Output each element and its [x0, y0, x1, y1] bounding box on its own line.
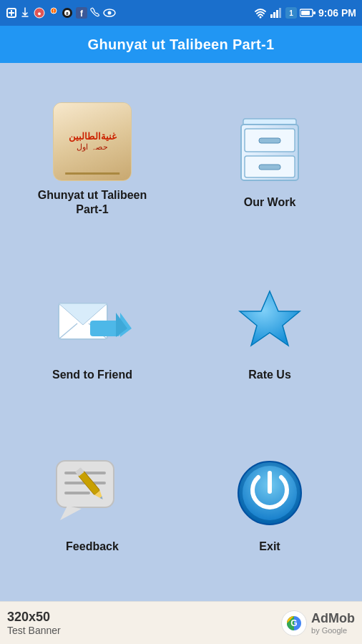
book-label: Ghunyat ut TalibeenPart-1	[38, 188, 147, 218]
svg-rect-22	[301, 11, 310, 15]
eye-icon	[103, 8, 116, 18]
usb-icon	[20, 7, 30, 19]
battery-icon	[300, 8, 315, 18]
facebook-icon: f	[76, 7, 87, 19]
svg-rect-34	[90, 321, 120, 336]
svg-marker-37	[240, 291, 300, 346]
exit-label: Exit	[259, 540, 280, 555]
rate-us-label: Rate Us	[248, 368, 291, 383]
book-icon: غنيةالطالبين حصہ اول	[53, 102, 132, 181]
svg-rect-17	[276, 10, 278, 18]
ad-subtext: Test Banner	[7, 625, 61, 636]
star-icon	[230, 282, 309, 361]
svg-rect-15	[270, 14, 273, 18]
admob-label: AdMob	[311, 611, 355, 626]
feedback-label: Feedback	[66, 540, 119, 555]
svg-text:1: 1	[289, 9, 293, 17]
our-work-label: Our Work	[244, 195, 296, 210]
ad-size-text: 320x50	[7, 610, 61, 625]
send-icon	[53, 282, 132, 361]
app-bar: Ghunyat ut Talibeen Part-1	[0, 26, 362, 63]
svg-rect-16	[273, 12, 275, 18]
wifi-icon	[254, 7, 267, 19]
menu-item-feedback[interactable]: Feedback	[7, 421, 177, 587]
admob-logo: G AdMob by Google	[281, 610, 355, 636]
main-grid: غنيةالطالبين حصہ اول Ghunyat ut Talibeen…	[0, 63, 362, 601]
menu-item-exit[interactable]: Exit	[185, 421, 355, 587]
svg-point-13	[108, 11, 112, 15]
status-icons-left: ● ! 8 f	[6, 7, 116, 19]
menu-item-our-work[interactable]: Our Work	[185, 77, 355, 243]
svg-rect-18	[279, 8, 281, 18]
menu-item-send-friend[interactable]: Send to Friend	[7, 250, 177, 415]
phone-icon	[90, 7, 100, 19]
status-icons-right: 1 9:06 PM	[254, 7, 356, 19]
svg-rect-29	[259, 165, 280, 170]
menu-item-rate-us[interactable]: Rate Us	[185, 250, 355, 415]
status-bar: ● ! 8 f	[0, 0, 362, 26]
send-friend-label: Send to Friend	[52, 368, 132, 383]
ad-text-block: 320x50 Test Banner	[7, 610, 61, 636]
feedback-icon	[53, 454, 132, 532]
add-icon	[6, 7, 17, 19]
svg-text:G: G	[290, 618, 297, 628]
pool-icon: 8	[62, 7, 73, 19]
app-title: Ghunyat ut Talibeen Part-1	[88, 36, 275, 53]
power-icon	[230, 454, 309, 532]
svg-point-14	[260, 16, 262, 19]
menu-item-book[interactable]: غنيةالطالبين حصہ اول Ghunyat ut Talibeen…	[7, 77, 177, 243]
signal-icon	[270, 7, 283, 19]
svg-text:!: !	[53, 9, 54, 14]
svg-rect-27	[259, 138, 280, 143]
notification-icon: !	[49, 7, 59, 19]
admob-by-google: by Google	[311, 626, 347, 635]
admob-text-block: AdMob by Google	[311, 611, 355, 635]
cabinet-icon	[230, 109, 309, 188]
ad-banner: 320x50 Test Banner G AdMob by Google	[0, 601, 362, 644]
admob-g-icon: G	[281, 610, 307, 636]
time-display: 9:06 PM	[318, 7, 356, 19]
svg-text:●: ●	[37, 10, 41, 17]
svg-rect-23	[313, 11, 315, 14]
number-badge-icon: 1	[285, 7, 297, 19]
camera-icon: ●	[33, 7, 46, 19]
